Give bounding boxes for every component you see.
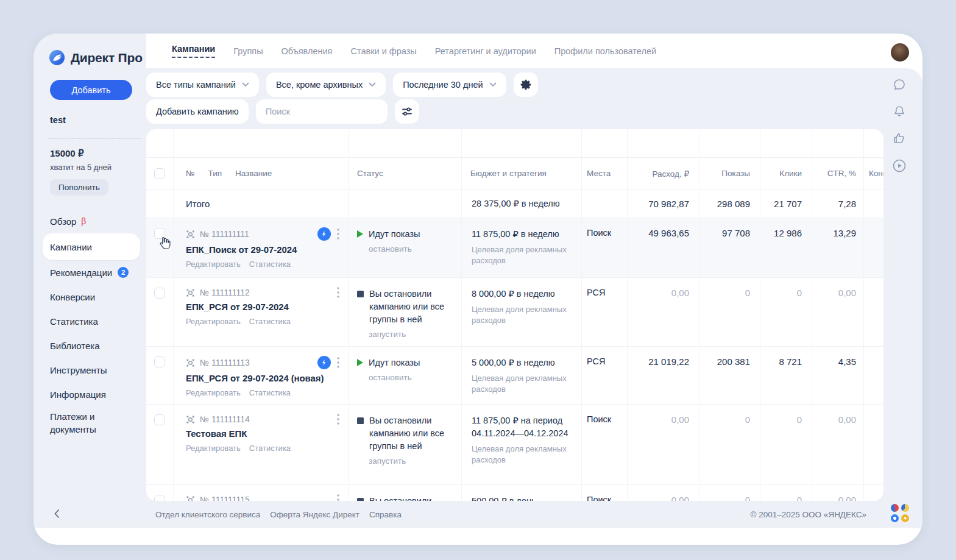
brand-logo[interactable]: Директ Про	[49, 49, 143, 66]
app-window: Директ Про Добавить test 15000 ₽ хватит …	[34, 34, 922, 545]
sidebar-item-label: Библиотека	[50, 341, 100, 351]
search-input[interactable]	[256, 99, 388, 124]
col-header-budget[interactable]: Бюджет и стратегия	[462, 158, 582, 189]
row-checkbox[interactable]	[154, 356, 165, 367]
brand-name: Директ Про	[71, 51, 143, 65]
col-header-name[interactable]: Название	[235, 169, 272, 178]
add-button[interactable]: Добавить	[50, 80, 132, 100]
period-dropdown[interactable]: Последние 30 дней	[393, 73, 506, 97]
play-circle-icon[interactable]	[891, 158, 907, 174]
stop-link[interactable]: остановить	[369, 373, 454, 382]
sidebar-item-conversions[interactable]: Конверсии	[43, 285, 140, 309]
cost-value: 0,00	[628, 485, 699, 501]
statistics-link[interactable]: Статистика	[249, 260, 291, 269]
edit-link[interactable]: Редактировать	[186, 388, 241, 397]
status-text: Вы остановили кампанию или все группы в …	[369, 414, 454, 453]
edit-link[interactable]: Редактировать	[186, 260, 241, 269]
archive-filter-dropdown[interactable]: Все, кроме архивных	[266, 73, 386, 97]
campaign-name[interactable]: ЕПК_РСЯ от 29-07-2024	[186, 302, 341, 312]
statistics-link[interactable]: Статистика	[249, 444, 291, 453]
sidebar-item-overview[interactable]: Обзор β	[43, 209, 140, 233]
strategy-text: Целевая доля рекламных расходов	[472, 444, 572, 466]
boost-lightning-icon[interactable]	[317, 227, 331, 241]
collapse-sidebar-icon[interactable]	[54, 509, 60, 519]
col-header-type[interactable]: Тип	[208, 169, 222, 178]
tab-retargeting[interactable]: Ретаргетинг и аудитории	[435, 46, 536, 56]
col-header-ctr[interactable]: CTR, %	[812, 158, 864, 189]
statistics-link[interactable]: Статистика	[249, 317, 291, 326]
sidebar-item-tools[interactable]: Инструменты	[43, 358, 140, 382]
row-checkbox[interactable]	[154, 288, 165, 299]
row-menu-icon[interactable]	[336, 357, 341, 368]
tab-user-profiles[interactable]: Профили пользователей	[554, 46, 656, 56]
bell-icon[interactable]	[892, 104, 907, 119]
row-menu-icon[interactable]	[336, 414, 341, 425]
row-checkbox[interactable]	[154, 228, 165, 239]
places-value: РСЯ	[582, 347, 628, 404]
campaign-name[interactable]: Тестовая ЕПК	[186, 428, 341, 439]
footer-link-help[interactable]: Справка	[369, 510, 402, 519]
col-header-places[interactable]: Места	[582, 158, 628, 189]
tab-campaigns[interactable]: Кампании	[172, 44, 215, 58]
gear-icon	[519, 78, 533, 91]
start-link[interactable]: запустить	[369, 456, 454, 466]
campaign-type-icon	[186, 415, 195, 424]
right-icon-strip	[891, 77, 907, 174]
ctr-value: 4,35	[812, 347, 864, 404]
stop-link[interactable]: остановить	[369, 244, 454, 253]
add-campaign-button[interactable]: Добавить кампанию	[146, 99, 249, 124]
select-all-checkbox[interactable]	[154, 168, 165, 179]
sidebar-item-library[interactable]: Библиотека	[43, 333, 140, 358]
col-header-status[interactable]: Статус	[349, 158, 462, 189]
row-menu-icon[interactable]	[336, 229, 341, 239]
row-checkbox[interactable]	[154, 414, 165, 425]
sidebar-item-payments[interactable]: Платежи и документы	[43, 406, 123, 439]
col-header-num[interactable]: №	[186, 169, 194, 178]
totals-shows: 298 089	[699, 190, 760, 218]
tab-ads[interactable]: Объявления	[281, 46, 333, 56]
sidebar-item-statistics[interactable]: Статистика	[43, 309, 140, 333]
yandex-services-widget[interactable]	[891, 504, 909, 522]
shows-value: 200 381	[699, 347, 760, 404]
tab-bids-phrases[interactable]: Ставки и фразы	[350, 46, 416, 56]
col-header-shows[interactable]: Показы	[699, 158, 760, 189]
sidebar-item-information[interactable]: Информация	[43, 382, 140, 406]
budget-value: 500,00 ₽ в день	[472, 495, 572, 501]
topup-button[interactable]: Пополнить	[50, 179, 108, 196]
totals-cost: 70 982,87	[628, 190, 699, 218]
row-menu-icon[interactable]	[336, 494, 341, 501]
filters-bar: Все типы кампаний Все, кроме архивных По…	[146, 73, 538, 124]
footer-link-offer[interactable]: Оферта Яндекс Директ	[270, 510, 359, 519]
settings-button[interactable]	[514, 73, 538, 97]
edit-link[interactable]: Редактировать	[186, 317, 241, 326]
footer-link-support[interactable]: Отдел клиентского сервиса	[155, 510, 260, 519]
statistics-link[interactable]: Статистика	[249, 388, 291, 397]
sidebar-item-label: Информация	[50, 389, 106, 400]
sidebar-item-recommendations[interactable]: Рекомендации 2	[43, 260, 140, 285]
campaign-number: № 111111114	[200, 414, 250, 424]
filter-settings-button[interactable]	[395, 99, 419, 124]
row-menu-icon[interactable]	[336, 287, 341, 298]
campaign-type-icon	[186, 495, 195, 502]
boost-lightning-icon[interactable]	[317, 356, 331, 369]
user-avatar[interactable]	[891, 43, 909, 62]
sidebar-item-campaigns[interactable]: Кампании	[43, 233, 140, 260]
campaign-name[interactable]: ЕПК_Поиск от 29-07-2024	[186, 244, 341, 255]
count-badge: 2	[118, 267, 129, 278]
edit-link[interactable]: Редактировать	[186, 444, 241, 453]
campaign-name[interactable]: ЕПК_РСЯ от 29-07-2024 (новая)	[186, 373, 341, 383]
chat-icon[interactable]	[892, 77, 907, 92]
totals-row: Итого 28 375,00 ₽ в неделю 70 982,87 298…	[146, 189, 883, 218]
thumbs-up-icon[interactable]	[892, 131, 907, 146]
table-row: № 111111113 ЕПК_РСЯ от 29-07-2024 (новая…	[146, 346, 883, 404]
col-header-cost[interactable]: Расход, ₽	[628, 158, 699, 189]
start-link[interactable]: запустить	[369, 330, 454, 339]
row-checkbox[interactable]	[154, 495, 165, 501]
strategy-text: Целевая доля рекламных расходов	[472, 373, 572, 395]
col-header-clicks[interactable]: Клики	[760, 158, 812, 189]
campaign-type-dropdown[interactable]: Все типы кампаний	[146, 73, 259, 97]
campaign-number: № 111111111	[200, 229, 249, 239]
tab-groups[interactable]: Группы	[233, 46, 263, 56]
col-header-conversions[interactable]: Конверсии	[864, 158, 883, 189]
clicks-value: 0	[760, 405, 812, 484]
